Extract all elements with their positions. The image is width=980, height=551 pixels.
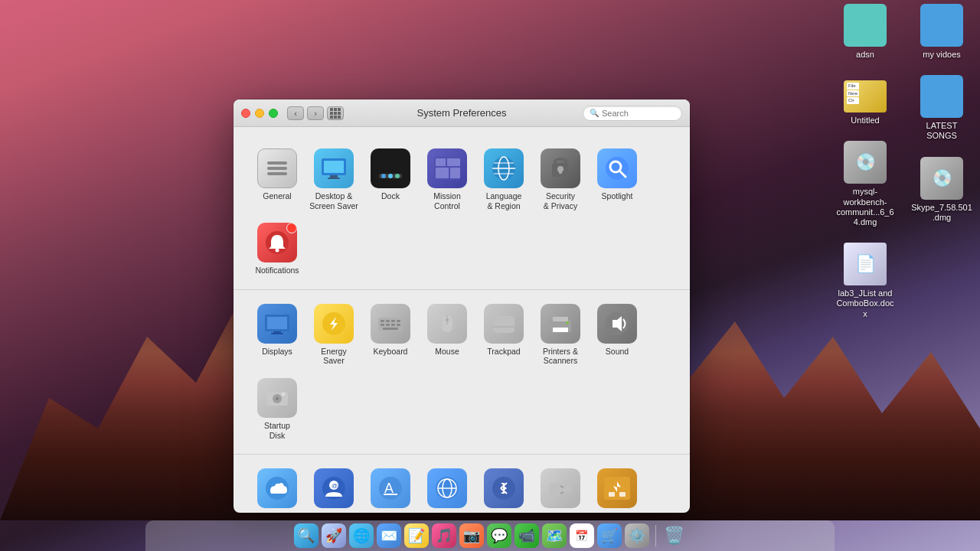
dock-item-appstore[interactable]: 🛒 [597, 523, 622, 548]
energy-saver-icon [314, 304, 354, 344]
pref-dock[interactable]: Dock [362, 142, 419, 217]
dock-item-finder[interactable]: 🔍 [294, 523, 318, 548]
svg-rect-80 [609, 492, 615, 497]
svg-rect-4 [324, 161, 344, 173]
desktop-icon-lab3[interactable]: 📄 lab3_JList and ComboBox.docx [835, 243, 896, 319]
pref-internet-accounts[interactable]: @ InternetAccounts [305, 462, 362, 513]
pref-printers-scanners[interactable]: Printers &Scanners [532, 298, 589, 372]
desktop-icon-adsn[interactable]: adsn [835, 4, 896, 60]
spotlight-label: Spotlight [602, 191, 633, 201]
dock-item-notes[interactable]: 📝 [404, 523, 429, 548]
svg-point-59 [276, 397, 279, 400]
pref-energy-saver[interactable]: EnergySaver [305, 298, 362, 372]
grid-view-button[interactable] [327, 106, 344, 120]
maximize-button[interactable] [269, 109, 278, 118]
section-hardware: Displays EnergySaver Keyboard [234, 290, 690, 455]
pref-mission-control[interactable]: MissionControl [419, 142, 475, 217]
pref-keyboard[interactable]: Keyboard [362, 298, 419, 372]
pref-displays[interactable]: Displays [249, 298, 305, 372]
general-label: General [263, 191, 291, 201]
svg-rect-81 [619, 492, 626, 497]
mouse-label: Mouse [435, 347, 459, 357]
dock-label: Dock [381, 191, 400, 201]
mission-control-icon [427, 148, 467, 188]
dock-item-messages[interactable]: 💬 [487, 523, 511, 548]
svg-point-10 [388, 174, 393, 178]
pref-startup-disk[interactable]: StartupDisk [249, 372, 305, 446]
keyboard-label: Keyboard [374, 347, 408, 357]
pref-mouse[interactable]: Mouse [419, 298, 475, 372]
forward-button[interactable]: › [307, 106, 324, 120]
pref-sound[interactable]: Sound [589, 298, 645, 372]
minimize-button[interactable] [255, 109, 264, 118]
icloud-icon [257, 468, 297, 508]
notifications-label: Notifications [255, 266, 299, 276]
close-button[interactable] [241, 109, 250, 118]
desktop-icon-mysql[interactable]: 💿 mysql-workbench-communit...6_64.dmg [835, 141, 896, 227]
section-internet: iCloud @ InternetAccounts A App Store [234, 455, 690, 513]
internet-accounts-icon: @ [314, 468, 354, 508]
app-store-label: App Store [373, 511, 409, 513]
language-region-label: Language& Region [486, 191, 522, 210]
pref-language-region[interactable]: Language& Region [475, 142, 532, 217]
dock-item-sysprefs[interactable]: ⚙️ [625, 523, 649, 548]
desktop-icon-latest-songs[interactable]: LATEST SONGS [911, 75, 972, 141]
svg-rect-16 [450, 168, 460, 178]
preferences-content: General Desktop &Screen Saver Dock [234, 127, 690, 513]
svg-rect-1 [267, 167, 287, 170]
window-title: System Preferences [416, 107, 506, 119]
svg-rect-24 [559, 170, 562, 174]
mouse-icon [427, 304, 467, 344]
dock-item-trash[interactable]: 🗑️ [662, 523, 687, 548]
svg-rect-52 [553, 317, 568, 321]
dock-item-music[interactable]: 🎵 [432, 523, 456, 548]
displays-label: Displays [262, 347, 292, 357]
pref-security-privacy[interactable]: Security& Privacy [532, 142, 589, 217]
svg-rect-14 [447, 158, 460, 166]
dock-item-mail[interactable]: ✉️ [377, 523, 401, 548]
app-store-icon: A [371, 468, 410, 508]
dock-item-launchpad[interactable]: 🚀 [322, 523, 346, 548]
svg-rect-39 [391, 320, 395, 322]
bluetooth-icon [484, 468, 524, 508]
back-button[interactable]: ‹ [287, 106, 304, 120]
svg-rect-40 [397, 320, 400, 322]
extensions-icon [541, 468, 580, 508]
dock-item-facetime[interactable]: 📹 [514, 523, 539, 548]
pref-general[interactable]: General [249, 142, 305, 217]
svg-point-9 [381, 174, 386, 178]
desktop-icon-skype[interactable]: 💿 Skype_7.58.501.dmg [911, 157, 972, 223]
desktop-icons-area: adsn File New Clr Untitled 💿 mysql-workb… [835, 4, 972, 319]
search-box[interactable]: 🔍 [583, 106, 682, 121]
svg-rect-31 [267, 317, 287, 329]
search-input[interactable] [602, 109, 675, 118]
energy-saver-label: EnergySaver [321, 347, 346, 366]
pref-desktop-screensaver[interactable]: Desktop &Screen Saver [305, 142, 362, 217]
internet-accounts-label: InternetAccounts [317, 511, 350, 513]
pref-app-store[interactable]: A App Store [362, 462, 419, 513]
desktop-icon-myvideos[interactable]: my vidoes [911, 4, 972, 60]
pref-icloud[interactable]: iCloud [249, 462, 305, 513]
pref-extensions[interactable]: Extensions [532, 462, 589, 513]
svg-rect-13 [436, 158, 446, 166]
dock-item-calendar[interactable]: 📅 [570, 523, 594, 548]
dock-icon [371, 148, 410, 188]
notifications-icon [257, 223, 297, 262]
svg-rect-49 [493, 316, 514, 333]
dock-item-safari[interactable]: 🌐 [349, 523, 374, 548]
pref-spotlight[interactable]: Spotlight [589, 142, 645, 217]
pref-network[interactable]: Network [419, 462, 475, 513]
dock-item-maps[interactable]: 🗺️ [542, 523, 567, 548]
pref-bluetooth[interactable]: Bluetooth [475, 462, 532, 513]
desktop-icon-untitled[interactable]: File New Clr Untitled [835, 75, 896, 126]
extensions-label: Extensions [541, 511, 580, 513]
pref-sharing[interactable]: Sharing [589, 462, 645, 513]
svg-rect-41 [381, 324, 384, 326]
desktop: adsn File New Clr Untitled 💿 mysql-workb… [0, 0, 980, 551]
pref-trackpad[interactable]: Trackpad [475, 298, 532, 372]
pref-notifications[interactable]: Notifications [249, 217, 305, 282]
bluetooth-label: Bluetooth [487, 511, 521, 513]
svg-rect-6 [328, 178, 340, 179]
dock-item-photos[interactable]: 📷 [459, 523, 484, 548]
svg-rect-44 [397, 324, 400, 326]
